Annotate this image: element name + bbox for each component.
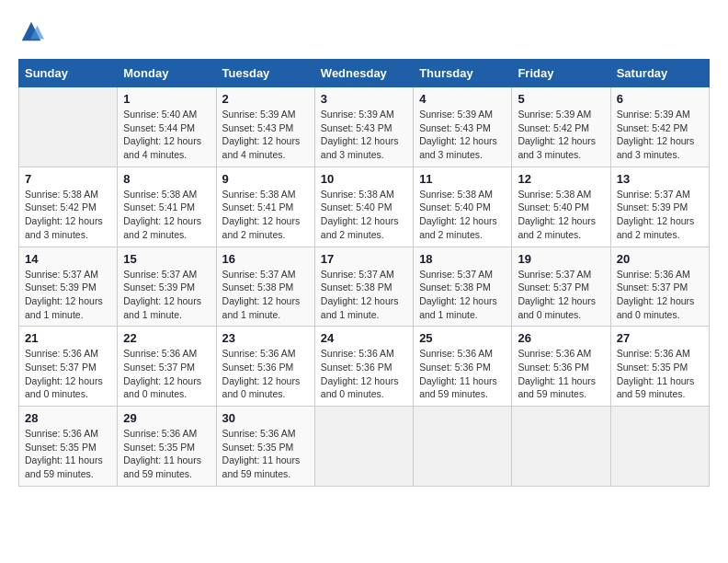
week-row-4: 21Sunrise: 5:36 AM Sunset: 5:37 PM Dayli… [19, 327, 710, 407]
calendar-cell: 28Sunrise: 5:36 AM Sunset: 5:35 PM Dayli… [19, 407, 118, 487]
calendar-cell: 29Sunrise: 5:36 AM Sunset: 5:35 PM Dayli… [118, 407, 216, 487]
calendar-cell: 5Sunrise: 5:39 AM Sunset: 5:42 PM Daylig… [512, 87, 610, 167]
day-info: Sunrise: 5:39 AM Sunset: 5:43 PM Dayligh… [222, 108, 309, 162]
day-info: Sunrise: 5:37 AM Sunset: 5:37 PM Dayligh… [518, 268, 604, 322]
day-number: 25 [419, 331, 506, 345]
calendar-cell: 9Sunrise: 5:38 AM Sunset: 5:41 PM Daylig… [216, 167, 314, 247]
calendar-cell: 10Sunrise: 5:38 AM Sunset: 5:40 PM Dayli… [314, 167, 413, 247]
day-number: 4 [419, 92, 506, 106]
calendar-cell: 16Sunrise: 5:37 AM Sunset: 5:38 PM Dayli… [216, 247, 314, 327]
calendar-cell: 25Sunrise: 5:36 AM Sunset: 5:36 PM Dayli… [414, 327, 512, 407]
calendar-cell: 2Sunrise: 5:39 AM Sunset: 5:43 PM Daylig… [216, 87, 314, 167]
day-number: 30 [222, 411, 309, 425]
column-header-tuesday: Tuesday [216, 60, 314, 87]
calendar-cell [414, 407, 512, 487]
day-info: Sunrise: 5:36 AM Sunset: 5:35 PM Dayligh… [25, 427, 111, 481]
day-info: Sunrise: 5:38 AM Sunset: 5:40 PM Dayligh… [419, 188, 506, 242]
page-header [18, 18, 710, 44]
day-info: Sunrise: 5:38 AM Sunset: 5:41 PM Dayligh… [123, 188, 210, 242]
calendar-cell: 14Sunrise: 5:37 AM Sunset: 5:39 PM Dayli… [19, 247, 118, 327]
calendar-cell: 19Sunrise: 5:37 AM Sunset: 5:37 PM Dayli… [512, 247, 610, 327]
week-row-2: 7Sunrise: 5:38 AM Sunset: 5:42 PM Daylig… [19, 167, 710, 247]
day-info: Sunrise: 5:37 AM Sunset: 5:39 PM Dayligh… [123, 268, 210, 322]
day-number: 20 [617, 252, 703, 266]
day-number: 22 [123, 331, 210, 345]
day-number: 24 [321, 331, 407, 345]
day-number: 17 [321, 252, 407, 266]
day-info: Sunrise: 5:40 AM Sunset: 5:44 PM Dayligh… [123, 108, 210, 162]
day-info: Sunrise: 5:37 AM Sunset: 5:39 PM Dayligh… [25, 268, 111, 322]
day-info: Sunrise: 5:38 AM Sunset: 5:40 PM Dayligh… [518, 188, 604, 242]
day-number: 5 [518, 92, 604, 106]
calendar-cell: 18Sunrise: 5:37 AM Sunset: 5:38 PM Dayli… [414, 247, 512, 327]
calendar-cell: 26Sunrise: 5:36 AM Sunset: 5:36 PM Dayli… [512, 327, 610, 407]
calendar-cell: 1Sunrise: 5:40 AM Sunset: 5:44 PM Daylig… [118, 87, 216, 167]
calendar-cell: 30Sunrise: 5:36 AM Sunset: 5:35 PM Dayli… [216, 407, 314, 487]
day-number: 10 [321, 172, 407, 186]
column-header-sunday: Sunday [19, 60, 118, 87]
day-info: Sunrise: 5:36 AM Sunset: 5:36 PM Dayligh… [518, 347, 604, 401]
calendar-cell: 8Sunrise: 5:38 AM Sunset: 5:41 PM Daylig… [118, 167, 216, 247]
day-info: Sunrise: 5:36 AM Sunset: 5:37 PM Dayligh… [25, 347, 111, 401]
day-number: 18 [419, 252, 506, 266]
day-info: Sunrise: 5:38 AM Sunset: 5:40 PM Dayligh… [321, 188, 407, 242]
calendar-cell: 6Sunrise: 5:39 AM Sunset: 5:42 PM Daylig… [610, 87, 709, 167]
day-number: 21 [25, 331, 111, 345]
calendar-cell: 21Sunrise: 5:36 AM Sunset: 5:37 PM Dayli… [19, 327, 118, 407]
day-info: Sunrise: 5:37 AM Sunset: 5:38 PM Dayligh… [222, 268, 309, 322]
calendar-cell [19, 87, 118, 167]
calendar-header: SundayMondayTuesdayWednesdayThursdayFrid… [19, 60, 710, 87]
calendar-cell: 23Sunrise: 5:36 AM Sunset: 5:36 PM Dayli… [216, 327, 314, 407]
week-row-3: 14Sunrise: 5:37 AM Sunset: 5:39 PM Dayli… [19, 247, 710, 327]
day-info: Sunrise: 5:36 AM Sunset: 5:36 PM Dayligh… [222, 347, 309, 401]
day-number: 14 [25, 252, 111, 266]
column-header-monday: Monday [118, 60, 216, 87]
day-number: 7 [25, 172, 111, 186]
column-header-saturday: Saturday [610, 60, 709, 87]
calendar-cell: 12Sunrise: 5:38 AM Sunset: 5:40 PM Dayli… [512, 167, 610, 247]
logo [18, 18, 48, 44]
week-row-5: 28Sunrise: 5:36 AM Sunset: 5:35 PM Dayli… [19, 407, 710, 487]
day-info: Sunrise: 5:36 AM Sunset: 5:36 PM Dayligh… [419, 347, 506, 401]
day-info: Sunrise: 5:37 AM Sunset: 5:39 PM Dayligh… [617, 188, 703, 242]
day-number: 16 [222, 252, 309, 266]
day-info: Sunrise: 5:38 AM Sunset: 5:41 PM Dayligh… [222, 188, 309, 242]
column-header-friday: Friday [512, 60, 610, 87]
calendar-cell: 17Sunrise: 5:37 AM Sunset: 5:38 PM Dayli… [314, 247, 413, 327]
calendar-cell: 15Sunrise: 5:37 AM Sunset: 5:39 PM Dayli… [118, 247, 216, 327]
calendar-cell [512, 407, 610, 487]
column-header-wednesday: Wednesday [314, 60, 413, 87]
day-info: Sunrise: 5:36 AM Sunset: 5:36 PM Dayligh… [321, 347, 407, 401]
column-header-thursday: Thursday [414, 60, 512, 87]
day-number: 2 [222, 92, 309, 106]
logo-icon [18, 18, 44, 44]
day-info: Sunrise: 5:39 AM Sunset: 5:43 PM Dayligh… [321, 108, 407, 162]
day-info: Sunrise: 5:38 AM Sunset: 5:42 PM Dayligh… [25, 188, 111, 242]
calendar-cell [610, 407, 709, 487]
day-info: Sunrise: 5:39 AM Sunset: 5:42 PM Dayligh… [617, 108, 703, 162]
header-row: SundayMondayTuesdayWednesdayThursdayFrid… [19, 60, 710, 87]
day-number: 26 [518, 331, 604, 345]
day-number: 15 [123, 252, 210, 266]
calendar-body: 1Sunrise: 5:40 AM Sunset: 5:44 PM Daylig… [19, 87, 710, 487]
day-info: Sunrise: 5:37 AM Sunset: 5:38 PM Dayligh… [321, 268, 407, 322]
calendar-cell: 11Sunrise: 5:38 AM Sunset: 5:40 PM Dayli… [414, 167, 512, 247]
calendar-cell: 20Sunrise: 5:36 AM Sunset: 5:37 PM Dayli… [610, 247, 709, 327]
day-number: 27 [617, 331, 703, 345]
day-info: Sunrise: 5:36 AM Sunset: 5:35 PM Dayligh… [222, 427, 309, 481]
day-info: Sunrise: 5:39 AM Sunset: 5:42 PM Dayligh… [518, 108, 604, 162]
day-number: 29 [123, 411, 210, 425]
day-number: 1 [123, 92, 210, 106]
calendar-cell: 7Sunrise: 5:38 AM Sunset: 5:42 PM Daylig… [19, 167, 118, 247]
day-number: 11 [419, 172, 506, 186]
day-number: 12 [518, 172, 604, 186]
day-number: 13 [617, 172, 703, 186]
day-info: Sunrise: 5:36 AM Sunset: 5:35 PM Dayligh… [617, 347, 703, 401]
day-info: Sunrise: 5:36 AM Sunset: 5:35 PM Dayligh… [123, 427, 210, 481]
calendar-cell: 13Sunrise: 5:37 AM Sunset: 5:39 PM Dayli… [610, 167, 709, 247]
day-number: 6 [617, 92, 703, 106]
day-number: 9 [222, 172, 309, 186]
calendar-table: SundayMondayTuesdayWednesdayThursdayFrid… [18, 59, 710, 487]
day-info: Sunrise: 5:36 AM Sunset: 5:37 PM Dayligh… [617, 268, 703, 322]
day-number: 19 [518, 252, 604, 266]
